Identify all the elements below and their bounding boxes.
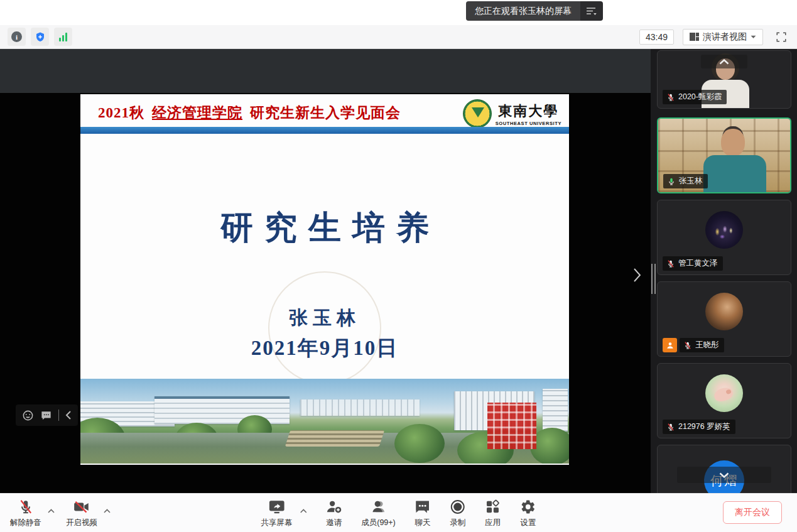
- watching-banner: 您正在观看张玉林的屏幕: [466, 1, 603, 21]
- network-status-button[interactable]: [54, 28, 72, 46]
- control-bar: i 43:49 演讲者视图: [0, 25, 797, 49]
- invite-button[interactable]: 邀请: [325, 497, 342, 528]
- fullscreen-icon: [776, 31, 787, 43]
- view-mode-button[interactable]: 演讲者视图: [683, 29, 763, 45]
- participant-tile[interactable]: 王晓彤: [657, 281, 791, 357]
- top-strip: 您正在观看张玉林的屏幕: [0, 0, 797, 25]
- mic-muted-icon: [666, 259, 675, 268]
- mic-muted-icon: [666, 423, 675, 432]
- security-button[interactable]: [31, 28, 49, 46]
- mic-options-chevron[interactable]: [48, 504, 55, 516]
- slide-header: 2021秋经济管理学院研究生新生入学见面会: [98, 103, 401, 122]
- chevron-down-icon: [719, 472, 729, 478]
- signal-bars-icon: [59, 33, 67, 41]
- participant-tile[interactable]: 管工黄文泽: [657, 200, 791, 275]
- apps-button[interactable]: 应用: [485, 497, 501, 528]
- participant-avatar: [705, 211, 743, 249]
- slide-presenter: 张玉林: [80, 305, 569, 331]
- participant-avatar: [705, 374, 743, 412]
- sidebar-drag-handle[interactable]: [651, 264, 656, 294]
- invite-icon: [325, 499, 342, 515]
- mic-muted-icon: [18, 499, 34, 515]
- slide-divider-bar: [80, 127, 569, 134]
- leave-meeting-button[interactable]: 离开会议: [723, 501, 782, 524]
- view-mode-label: 演讲者视图: [703, 31, 747, 43]
- host-badge-icon: [663, 338, 677, 352]
- fullscreen-button[interactable]: [773, 29, 789, 45]
- bottom-toolbar: 解除静音 开启视频 共享屏幕: [0, 493, 797, 532]
- shared-screen-stage: 2021秋经济管理学院研究生新生入学见面会 東南大學 SOUTHEAST UNI…: [0, 49, 651, 493]
- participant-tile[interactable]: 212976 罗娇英: [657, 363, 791, 438]
- participant-name: 张玉林: [679, 176, 703, 187]
- presentation-slide: 2021秋经济管理学院研究生新生入学见面会 東南大學 SOUTHEAST UNI…: [80, 94, 569, 465]
- meeting-window: 您正在观看张玉林的屏幕 i 43:49 演讲者视图: [0, 0, 797, 532]
- gear-icon: [520, 499, 536, 515]
- share-options-chevron[interactable]: [300, 504, 306, 516]
- record-button[interactable]: 录制: [450, 497, 466, 528]
- watching-banner-text: 您正在观看张玉林的屏幕: [466, 1, 580, 21]
- main-area: 2021秋经济管理学院研究生新生入学见面会 東南大學 SOUTHEAST UNI…: [0, 49, 797, 493]
- red-seal-watermark: [487, 403, 536, 449]
- participant-avatar: [705, 293, 743, 330]
- scroll-up-button[interactable]: [701, 55, 747, 68]
- participant-tile[interactable]: 2020-甄彩霞: [657, 50, 791, 109]
- participant-name: 2020-甄彩霞: [678, 92, 722, 102]
- banner-options-icon[interactable]: [580, 1, 603, 21]
- settings-button[interactable]: 设置: [520, 497, 536, 528]
- share-screen-button[interactable]: 共享屏幕: [261, 497, 292, 528]
- chat-bubble-icon[interactable]: [40, 410, 52, 421]
- university-seal-icon: [463, 99, 492, 128]
- video-options-chevron[interactable]: [104, 504, 111, 516]
- slide-title: 研究生培养: [80, 206, 569, 250]
- chat-icon: [415, 499, 431, 515]
- chevron-up-icon: [719, 59, 729, 65]
- participant-name: 212976 罗娇英: [678, 421, 730, 432]
- participants-sidebar: 2020-甄彩霞 张玉林: [651, 49, 797, 493]
- participant-tile-active-speaker[interactable]: 张玉林: [657, 117, 791, 193]
- campus-photo: [80, 379, 569, 464]
- mic-active-icon: [667, 177, 676, 186]
- camera-muted-icon: [73, 499, 90, 515]
- participant-name: 管工黄文泽: [678, 258, 718, 269]
- emoji-icon[interactable]: [22, 410, 34, 421]
- university-logo: 東南大學 SOUTHEAST UNIVERSITY: [463, 99, 561, 128]
- apps-grid-icon: [485, 499, 501, 515]
- expand-panel-chevron[interactable]: [633, 268, 641, 285]
- record-icon: [450, 499, 466, 515]
- mic-muted-icon: [683, 341, 692, 350]
- unmute-button[interactable]: 解除静音: [10, 497, 41, 528]
- members-icon: [370, 499, 387, 515]
- members-button[interactable]: 成员(99+): [361, 497, 396, 528]
- participant-tile[interactable]: 何熠: [657, 445, 791, 493]
- start-video-button[interactable]: 开启视频: [66, 497, 97, 528]
- participant-name: 王晓彤: [695, 340, 719, 350]
- university-name-en: SOUTHEAST UNIVERSITY: [496, 121, 561, 126]
- university-name-cn: 東南大學: [498, 102, 558, 121]
- share-screen-icon: [268, 499, 285, 515]
- reactions-panel: [16, 404, 78, 426]
- slide-date: 2021年9月10日: [80, 334, 569, 362]
- layout-icon: [690, 33, 699, 41]
- slide-header-college: 经济管理学院: [152, 105, 242, 121]
- chevron-down-icon: [751, 35, 756, 39]
- meeting-timer: 43:49: [639, 30, 674, 45]
- mic-muted-icon: [666, 93, 675, 102]
- collapse-left-icon[interactable]: [65, 411, 72, 420]
- meeting-info-button[interactable]: i: [8, 28, 26, 46]
- info-icon: i: [11, 31, 22, 42]
- shield-plus-icon: [35, 31, 46, 43]
- chat-button[interactable]: 聊天: [415, 497, 431, 528]
- scroll-down-button[interactable]: [677, 467, 771, 483]
